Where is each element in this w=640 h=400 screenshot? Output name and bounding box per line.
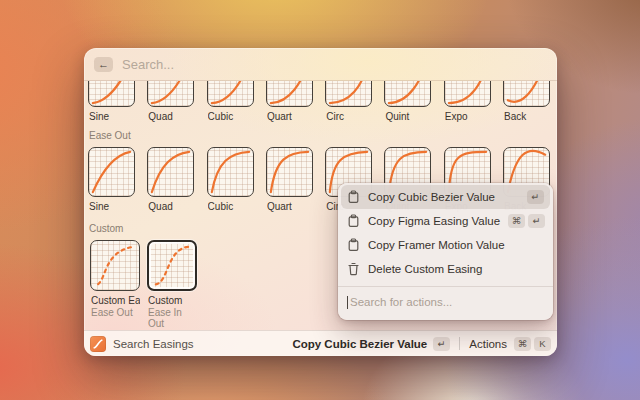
easing-item-expo[interactable]: Expo [444, 81, 491, 123]
footer-actions-keys: ⌘K [514, 337, 551, 351]
menu-item-keys: ⌘↵ [508, 214, 545, 228]
easing-item-back[interactable]: Back [503, 81, 550, 123]
key-badge: ⌘ [508, 214, 525, 228]
easing-label: Custom [148, 295, 197, 307]
easing-label: Back [504, 111, 550, 123]
launcher-window: ← Search... SineQuadCubicQuartCircQuintE… [84, 48, 557, 356]
easing-thumbnail [147, 81, 194, 107]
easing-item-quart[interactable]: Quart [266, 81, 313, 123]
easing-label: Quart [267, 111, 313, 123]
easing-thumbnail [147, 147, 194, 197]
back-button[interactable]: ← [94, 57, 113, 72]
easing-thumbnail [325, 81, 372, 107]
easing-label: Expo [445, 111, 491, 123]
easing-label: Cubic [208, 111, 254, 123]
text-cursor [347, 296, 348, 309]
easing-thumbnail [88, 147, 135, 197]
easing-item-circ[interactable]: Circ [325, 81, 372, 123]
thumb-row: SineQuadCubicQuartCircQuintExpoBack [84, 81, 557, 123]
easing-subtitle: Ease In Out [148, 307, 197, 319]
easing-item-cubic[interactable]: Cubic [207, 81, 254, 123]
key-badge: ⌘ [514, 337, 531, 351]
key-badge: ↵ [528, 214, 545, 228]
easing-label: Sine [89, 111, 135, 123]
easing-item-sine[interactable]: Sine [88, 147, 135, 213]
easing-subtitle: Ease Out [91, 307, 140, 319]
key-badge: ↵ [527, 190, 544, 204]
footer-actions-button[interactable]: Actions ⌘K [469, 337, 551, 351]
menu-item-copy-framer-motion-value[interactable]: Copy Framer Motion Value [341, 233, 550, 257]
menu-item-delete-custom-easing[interactable]: Delete Custom Easing [341, 257, 550, 281]
easing-label: Quart [267, 201, 313, 213]
easing-thumbnail [266, 81, 313, 107]
footer-app-name: Search Easings [113, 338, 194, 350]
easing-item-sine[interactable]: Sine [88, 81, 135, 123]
section-title: Ease Out [89, 130, 557, 142]
clipboard-icon [347, 214, 360, 228]
window-header: ← Search... [84, 48, 557, 81]
easing-thumbnail [88, 81, 135, 107]
easing-label: Custom Eas... [91, 295, 140, 307]
trash-icon [347, 262, 360, 276]
easing-label: Cubic [208, 201, 254, 213]
menu-item-label: Copy Figma Easing Value [368, 215, 500, 227]
easing-label: Circ [326, 111, 372, 123]
easing-thumbnail [147, 240, 197, 291]
easing-item-quad[interactable]: Quad [147, 147, 194, 213]
easing-item-quint[interactable]: Quint [384, 81, 431, 123]
key-badge: K [534, 337, 551, 351]
section-ease-in: SineQuadCubicQuartCircQuintExpoBack [84, 81, 557, 123]
clipboard-icon [347, 238, 360, 252]
easing-label: Quint [385, 111, 431, 123]
menu-item-label: Copy Framer Motion Value [368, 239, 544, 251]
menu-item-label: Copy Cubic Bezier Value [368, 191, 519, 203]
easing-item-custom[interactable]: CustomEase In Out [147, 240, 197, 319]
easing-item-custom-eas-[interactable]: Custom Eas...Ease Out [90, 240, 140, 319]
menu-item-label: Delete Custom Easing [368, 263, 544, 275]
footer-actions-label: Actions [469, 338, 507, 350]
back-arrow-icon: ← [98, 59, 109, 70]
menu-item-copy-figma-easing-value[interactable]: Copy Figma Easing Value⌘↵ [341, 209, 550, 233]
window-footer: Search Easings Copy Cubic Bezier Value ↵… [84, 330, 557, 356]
easing-thumbnail [266, 147, 313, 197]
actions-menu: Copy Cubic Bezier Value↵Copy Figma Easin… [338, 183, 553, 320]
easing-label: Quad [148, 201, 194, 213]
easing-thumbnail [503, 81, 550, 107]
easing-item-cubic[interactable]: Cubic [207, 147, 254, 213]
footer-divider [459, 337, 460, 350]
easing-thumbnail [90, 240, 140, 291]
actions-search-input[interactable]: Search for actions... [338, 287, 553, 317]
footer-primary-action[interactable]: Copy Cubic Bezier Value ↵ [292, 337, 450, 351]
menu-item-keys: ↵ [527, 190, 544, 204]
easing-label: Sine [89, 201, 135, 213]
actions-menu-items: Copy Cubic Bezier Value↵Copy Figma Easin… [338, 185, 553, 281]
easing-thumbnail [444, 81, 491, 107]
easing-item-quart[interactable]: Quart [266, 147, 313, 213]
easing-thumbnail [384, 81, 431, 107]
easing-thumbnail [207, 147, 254, 197]
menu-item-copy-cubic-bezier-value[interactable]: Copy Cubic Bezier Value↵ [341, 185, 550, 209]
clipboard-icon [347, 190, 360, 204]
easings-app-icon [90, 336, 106, 352]
return-key-badge: ↵ [433, 337, 450, 351]
footer-primary-label: Copy Cubic Bezier Value [292, 338, 427, 350]
search-input[interactable]: Search... [122, 57, 174, 72]
easing-label: Quad [148, 111, 194, 123]
easing-thumbnail [207, 81, 254, 107]
actions-search-placeholder: Search for actions... [350, 296, 452, 308]
easing-item-quad[interactable]: Quad [147, 81, 194, 123]
